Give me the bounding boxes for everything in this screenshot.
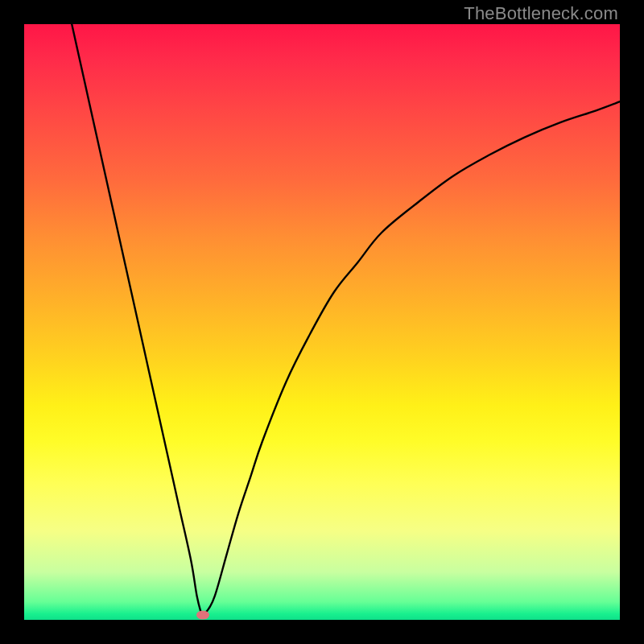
plot-area [24,24,620,620]
bottleneck-curve [72,24,620,615]
watermark-text: TheBottleneck.com [464,3,618,24]
minimum-marker [196,611,209,620]
chart-frame: TheBottleneck.com [0,0,644,644]
curve-svg [24,24,620,620]
